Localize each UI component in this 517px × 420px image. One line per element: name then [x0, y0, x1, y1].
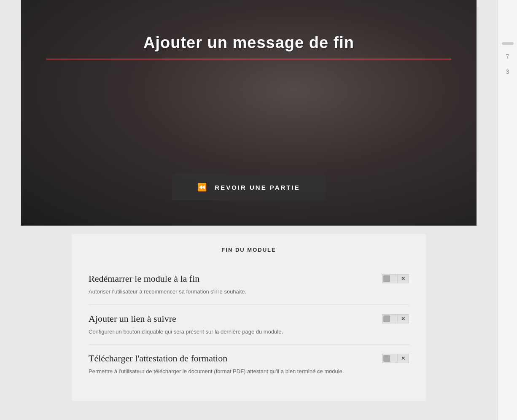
- setting-title-attestation: Télécharger l'attestation de formation: [89, 353, 227, 364]
- setting-row-link: Ajouter un lien à suivre ✕ Configurer un…: [89, 305, 409, 345]
- toggle-off-link[interactable]: [382, 314, 397, 323]
- revoir-button-label: REVOIR UNE PARTIE: [215, 184, 300, 191]
- title-area: Ajouter un message de fin: [21, 34, 477, 59]
- sidebar-right: 7 3: [498, 0, 517, 420]
- toggle-x-restart[interactable]: ✕: [397, 274, 409, 283]
- settings-panel: FIN DU MODULE Redémarrer le module à la …: [72, 234, 426, 401]
- setting-desc-link: Configurer un bouton cliquable qui sera …: [89, 328, 409, 336]
- toggle-x-link[interactable]: ✕: [397, 314, 409, 323]
- setting-header-link: Ajouter un lien à suivre ✕: [89, 313, 409, 324]
- rewind-icon: ⏪: [197, 183, 208, 192]
- revoir-button-area: ⏪ REVOIR UNE PARTIE: [172, 174, 325, 200]
- sidebar-bar-top: [502, 42, 514, 45]
- setting-row-restart: Redémarrer le module à la fin ✕ Autorise…: [89, 265, 409, 305]
- panel-section-title: FIN DU MODULE: [89, 247, 409, 253]
- setting-header-restart: Redémarrer le module à la fin ✕: [89, 273, 409, 284]
- toggle-link: ✕: [382, 314, 409, 323]
- main-content: Ajouter un message de fin ⏪ REVOIR UNE P…: [0, 0, 498, 420]
- setting-header-attestation: Télécharger l'attestation de formation ✕: [89, 353, 409, 364]
- page-title: Ajouter un message de fin: [21, 34, 477, 52]
- toggle-x-attestation[interactable]: ✕: [397, 354, 409, 363]
- setting-title-restart: Redémarrer le module à la fin: [89, 273, 199, 284]
- revoir-button[interactable]: ⏪ REVOIR UNE PARTIE: [172, 174, 325, 200]
- sidebar-number-1: 7: [506, 53, 509, 60]
- toggle-restart: ✕: [382, 274, 409, 283]
- toggle-off-restart[interactable]: [382, 274, 397, 283]
- sidebar-number-2: 3: [506, 68, 509, 75]
- video-section: Ajouter un message de fin ⏪ REVOIR UNE P…: [21, 0, 477, 226]
- setting-desc-attestation: Permettre à l'utilisateur de télécharger…: [89, 367, 409, 376]
- setting-title-link: Ajouter un lien à suivre: [89, 313, 176, 324]
- toggle-off-attestation[interactable]: [382, 354, 397, 363]
- setting-desc-restart: Autoriser l'utilisateur à recommencer sa…: [89, 288, 409, 296]
- title-divider: [46, 59, 451, 59]
- setting-row-attestation: Télécharger l'attestation de formation ✕…: [89, 345, 409, 384]
- toggle-attestation: ✕: [382, 354, 409, 363]
